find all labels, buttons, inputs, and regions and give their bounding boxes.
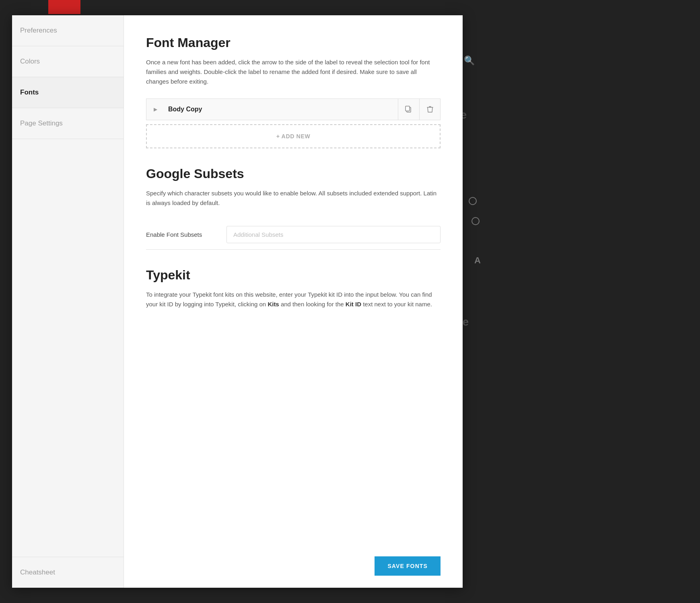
- main-content: Font Manager Once a new font has been ad…: [124, 15, 463, 588]
- bg-circle-1: [469, 197, 477, 205]
- font-copy-button[interactable]: [398, 98, 419, 120]
- bg-a-text: A: [474, 255, 481, 266]
- bg-circle-2: [471, 217, 480, 225]
- additional-subsets-input[interactable]: [226, 226, 441, 243]
- enable-font-subsets-row: Enable Font Subsets: [146, 220, 441, 250]
- svg-rect-1: [406, 106, 410, 111]
- sidebar-item-page-settings[interactable]: Page Settings: [12, 108, 124, 139]
- sidebar: Preferences Colors Fonts Page Settings C…: [12, 15, 124, 588]
- typekit-desc: To integrate your Typekit font kits on t…: [146, 290, 441, 309]
- typekit-title: Typekit: [146, 268, 441, 283]
- save-button-container: SAVE FONTS: [375, 556, 441, 576]
- google-subsets-desc: Specify which character subsets you woul…: [146, 189, 441, 208]
- google-subsets-title: Google Subsets: [146, 166, 441, 181]
- bg-red-element: [48, 0, 80, 14]
- sidebar-item-fonts[interactable]: Fonts: [12, 77, 124, 108]
- sidebar-item-colors[interactable]: Colors: [12, 46, 124, 77]
- save-fonts-button[interactable]: SAVE FONTS: [375, 556, 441, 576]
- font-delete-button[interactable]: [419, 98, 440, 120]
- font-manager-desc: Once a new font has been added, click th…: [146, 57, 441, 86]
- add-new-font-button[interactable]: + ADD NEW: [146, 124, 441, 148]
- font-item-name: Body Copy: [164, 106, 398, 113]
- sidebar-item-cheatsheet[interactable]: Cheatsheet: [12, 557, 124, 588]
- enable-font-subsets-label: Enable Font Subsets: [146, 231, 226, 238]
- font-manager-title: Font Manager: [146, 35, 441, 50]
- sidebar-spacer: [12, 139, 124, 557]
- sidebar-item-preferences[interactable]: Preferences: [12, 15, 124, 46]
- font-item-actions: [398, 98, 440, 120]
- font-item-body-copy: ▶ Body Copy: [146, 98, 441, 120]
- bg-search-icon: 🔍: [464, 55, 475, 66]
- modal-dialog: Preferences Colors Fonts Page Settings C…: [12, 15, 463, 588]
- font-expand-arrow[interactable]: ▶: [146, 107, 164, 112]
